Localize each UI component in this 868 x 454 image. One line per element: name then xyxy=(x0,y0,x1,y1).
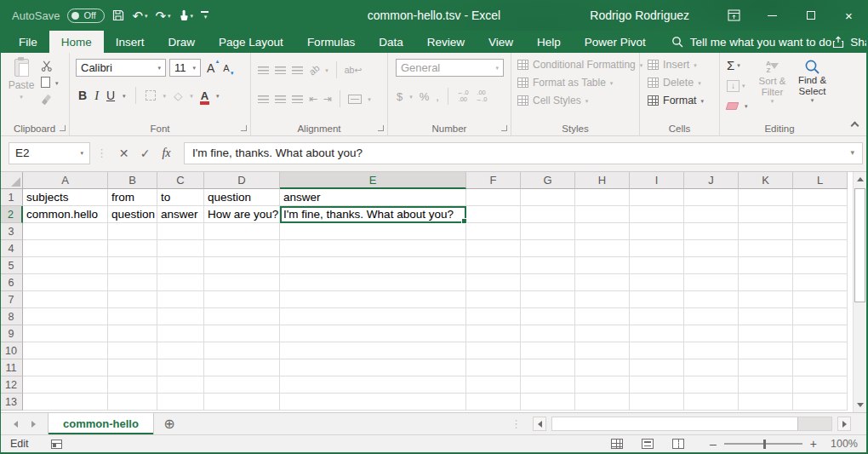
cell-D12[interactable] xyxy=(204,376,280,394)
row-header-11[interactable]: 11 xyxy=(0,359,23,376)
touch-mouse-mode-button[interactable]: ▾ xyxy=(179,9,194,21)
borders-button[interactable] xyxy=(146,90,156,101)
cell-A5[interactable] xyxy=(23,257,108,274)
cell-A13[interactable] xyxy=(23,394,108,411)
cell-H5[interactable] xyxy=(575,257,630,274)
scroll-down-button[interactable] xyxy=(854,398,867,412)
cell-A1[interactable]: subjects xyxy=(23,189,108,206)
cell-C13[interactable] xyxy=(157,394,204,411)
cell-F10[interactable] xyxy=(466,342,521,359)
cell-L8[interactable] xyxy=(793,308,848,325)
cell-J1[interactable] xyxy=(684,189,739,206)
cell-F5[interactable] xyxy=(466,257,521,274)
cell-K10[interactable] xyxy=(739,342,793,359)
row-header-12[interactable]: 12 xyxy=(0,376,23,394)
cell-I6[interactable] xyxy=(630,274,684,291)
row-header-9[interactable]: 9 xyxy=(0,325,23,342)
row-header-13[interactable]: 13 xyxy=(0,394,23,411)
page-layout-view-icon[interactable] xyxy=(642,439,654,449)
cell-L10[interactable] xyxy=(793,342,848,359)
vertical-scrollbar[interactable] xyxy=(853,172,866,412)
cell-E12[interactable] xyxy=(280,376,466,394)
increase-decimal-button[interactable]: ←.0 .00 xyxy=(457,89,469,103)
cell-J9[interactable] xyxy=(684,325,739,342)
cell-I5[interactable] xyxy=(630,257,684,274)
row-header-5[interactable]: 5 xyxy=(0,257,23,274)
merge-center-button[interactable] xyxy=(348,95,362,104)
cell-B8[interactable] xyxy=(108,308,157,325)
cell-D13[interactable] xyxy=(204,394,280,411)
cell-B13[interactable] xyxy=(108,394,157,411)
cell-J5[interactable] xyxy=(684,257,739,274)
tab-split-handle-icon[interactable]: ⋮ xyxy=(511,417,522,430)
font-name-combo[interactable]: Calibri ▾ xyxy=(76,59,166,77)
row-header-1[interactable]: 1 xyxy=(0,189,23,206)
middle-align-button[interactable] xyxy=(275,66,286,74)
tab-view[interactable]: View xyxy=(477,31,525,53)
column-header-E[interactable]: E xyxy=(280,172,466,189)
cell-D2[interactable]: How are you? xyxy=(204,206,280,223)
cell-B9[interactable] xyxy=(108,325,157,342)
wrap-text-button[interactable]: ab↩ xyxy=(345,65,362,75)
cell-C4[interactable] xyxy=(157,240,204,257)
cell-L4[interactable] xyxy=(793,240,848,257)
tab-data[interactable]: Data xyxy=(367,31,415,53)
cell-H10[interactable] xyxy=(575,342,630,359)
cell-L12[interactable] xyxy=(793,376,848,394)
cell-G4[interactable] xyxy=(521,240,575,257)
find-select-button[interactable]: Find & Select ▾ xyxy=(792,57,832,114)
cell-G5[interactable] xyxy=(521,257,575,274)
tab-insert[interactable]: Insert xyxy=(104,31,157,53)
cell-K4[interactable] xyxy=(739,240,793,257)
cell-K9[interactable] xyxy=(739,325,793,342)
currency-button[interactable]: $ xyxy=(397,90,403,103)
new-sheet-button[interactable]: ⊕ xyxy=(154,413,185,434)
cell-F9[interactable] xyxy=(466,325,521,342)
cell-A9[interactable] xyxy=(23,325,108,342)
column-header-H[interactable]: H xyxy=(575,172,630,189)
expand-formula-bar-icon[interactable]: ▾ xyxy=(850,149,854,157)
cell-I3[interactable] xyxy=(630,223,684,240)
orientation-button[interactable]: ab xyxy=(307,62,322,77)
cell-G2[interactable] xyxy=(521,206,575,223)
number-dialog-launcher[interactable] xyxy=(501,125,507,131)
cell-K12[interactable] xyxy=(739,376,793,394)
cell-J3[interactable] xyxy=(684,223,739,240)
tab-formulas[interactable]: Formulas xyxy=(295,31,367,53)
cell-I2[interactable] xyxy=(630,206,684,223)
redo-button[interactable]: ↷▾ xyxy=(155,9,170,22)
cell-B10[interactable] xyxy=(108,342,157,359)
cell-E4[interactable] xyxy=(280,240,466,257)
cell-E1[interactable]: answer xyxy=(280,189,466,206)
cell-G11[interactable] xyxy=(521,359,575,376)
insert-cells-button[interactable]: Insert ▾ xyxy=(648,59,719,71)
select-all-button[interactable] xyxy=(0,172,23,189)
cancel-entry-button[interactable]: ✕ xyxy=(113,142,134,164)
customize-qat-button[interactable]: ▾ xyxy=(201,11,208,20)
cell-L7[interactable] xyxy=(793,291,848,308)
cell-K5[interactable] xyxy=(739,257,793,274)
cell-C10[interactable] xyxy=(157,342,204,359)
cell-C12[interactable] xyxy=(157,376,204,394)
italic-button[interactable]: I xyxy=(94,89,99,103)
cell-E8[interactable] xyxy=(280,308,466,325)
format-painter-button[interactable] xyxy=(41,94,59,106)
column-header-B[interactable]: B xyxy=(108,172,157,189)
column-header-I[interactable]: I xyxy=(630,172,684,189)
macro-record-icon[interactable] xyxy=(51,440,62,449)
delete-cells-button[interactable]: Delete ▾ xyxy=(648,77,719,89)
cell-F1[interactable] xyxy=(466,189,521,206)
cell-A12[interactable] xyxy=(23,376,108,394)
zoom-out-button[interactable]: – xyxy=(710,437,717,451)
format-as-table-button[interactable]: Format as Table ▾ xyxy=(517,77,639,89)
clipboard-dialog-launcher[interactable] xyxy=(60,125,66,131)
cell-F13[interactable] xyxy=(466,394,521,411)
cell-H1[interactable] xyxy=(575,189,630,206)
align-center-button[interactable] xyxy=(275,95,286,103)
cell-E10[interactable] xyxy=(280,342,466,359)
cell-E13[interactable] xyxy=(280,394,466,411)
cell-C1[interactable]: to xyxy=(157,189,204,206)
zoom-slider[interactable] xyxy=(724,443,802,445)
cell-F7[interactable] xyxy=(466,291,521,308)
cell-A3[interactable] xyxy=(23,223,108,240)
